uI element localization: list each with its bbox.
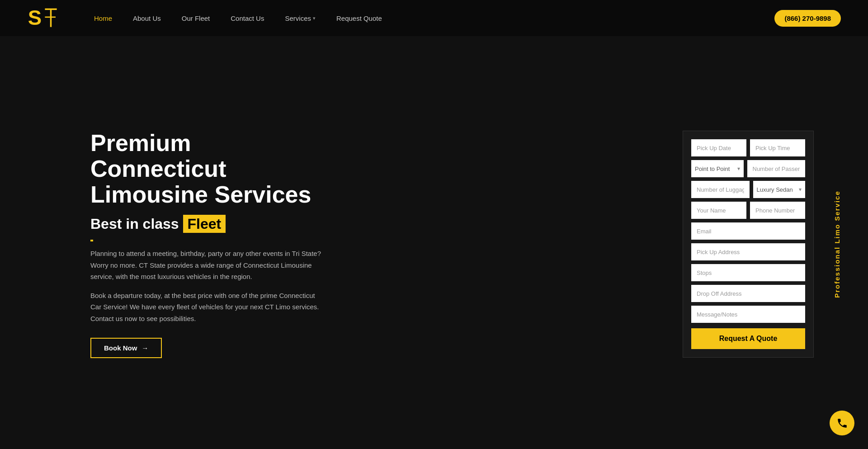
nav-request-quote[interactable]: Request Quote bbox=[328, 10, 390, 27]
phone-button[interactable]: (866) 270-9898 bbox=[774, 10, 841, 27]
hero-content: Premium Connecticut Limousine Services B… bbox=[90, 130, 326, 359]
message-input[interactable] bbox=[691, 306, 805, 323]
quote-form-container: Point to Point One Way Round Trip Hourly… bbox=[683, 131, 814, 358]
yellow-bar bbox=[90, 240, 93, 241]
service-type-select[interactable]: Point to Point One Way Round Trip Hourly bbox=[691, 160, 744, 177]
request-quote-button[interactable]: Request A Quote bbox=[691, 328, 805, 349]
phone-fab[interactable] bbox=[830, 411, 854, 435]
book-now-button[interactable]: Book Now → bbox=[90, 338, 162, 358]
vehicle-type-wrapper: Luxury Sedan SUV Limousine Van Bus bbox=[753, 181, 806, 198]
vertical-text: Professional Limo Service bbox=[833, 190, 841, 298]
nav-home[interactable]: Home bbox=[86, 10, 120, 27]
stops-input[interactable] bbox=[691, 264, 805, 281]
svg-text:S: S bbox=[28, 6, 42, 29]
email-input[interactable] bbox=[691, 222, 805, 240]
form-row-service-passengers: Point to Point One Way Round Trip Hourly bbox=[691, 160, 805, 177]
form-row-luggage-vehicle: Luxury Sedan SUV Limousine Van Bus bbox=[691, 181, 805, 198]
form-row-date-time bbox=[691, 139, 805, 156]
dropoff-address-input[interactable] bbox=[691, 285, 805, 302]
service-type-wrapper: Point to Point One Way Round Trip Hourly bbox=[691, 160, 744, 177]
phone-number-input[interactable] bbox=[750, 202, 805, 219]
nav-contact[interactable]: Contact Us bbox=[222, 10, 272, 27]
form-row-name-phone bbox=[691, 202, 805, 219]
nav-fleet[interactable]: Our Fleet bbox=[174, 10, 218, 27]
vehicle-type-select[interactable]: Luxury Sedan SUV Limousine Van Bus bbox=[753, 181, 806, 198]
nav-links: Home About Us Our Fleet Contact Us Servi… bbox=[86, 10, 765, 27]
pickup-date-input[interactable] bbox=[691, 139, 746, 156]
fleet-highlight: Fleet bbox=[183, 215, 226, 233]
pickup-time-input[interactable] bbox=[750, 139, 805, 156]
num-luggage-input[interactable] bbox=[691, 181, 750, 198]
nav-services[interactable]: Services ▾ bbox=[277, 10, 324, 27]
your-name-input[interactable] bbox=[691, 202, 746, 219]
nav-about[interactable]: About Us bbox=[125, 10, 169, 27]
hero-desc1: Planning to attend a meeting, birthday, … bbox=[90, 248, 326, 283]
num-passengers-input[interactable] bbox=[747, 160, 806, 177]
phone-icon bbox=[836, 417, 848, 429]
hero-desc2: Book a departure today, at the best pric… bbox=[90, 290, 326, 325]
quote-form: Point to Point One Way Round Trip Hourly… bbox=[683, 131, 814, 358]
navbar: S Home About Us Our Fleet Contact Us Ser… bbox=[0, 0, 868, 36]
hero-title: Premium Connecticut Limousine Services bbox=[90, 130, 326, 208]
chevron-down-icon: ▾ bbox=[313, 15, 316, 21]
hero-section: Premium Connecticut Limousine Services B… bbox=[0, 36, 868, 443]
pickup-address-input[interactable] bbox=[691, 243, 805, 260]
hero-subtitle: Best in class Fleet bbox=[90, 216, 326, 232]
logo[interactable]: S bbox=[27, 5, 59, 32]
